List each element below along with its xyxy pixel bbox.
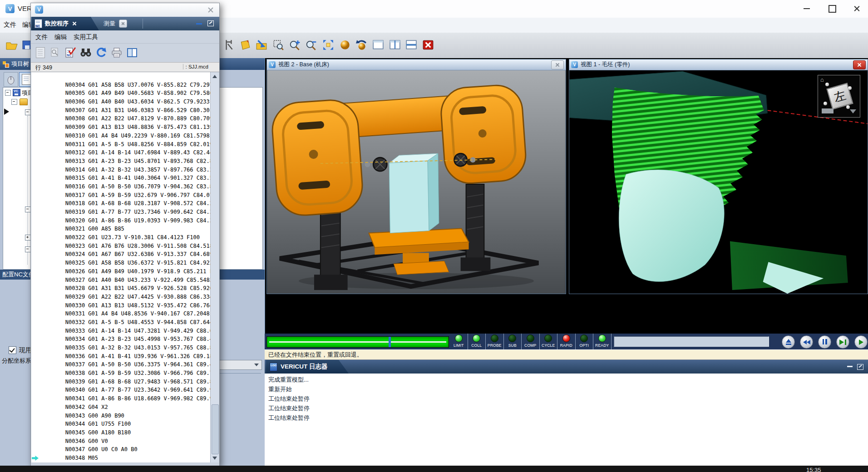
split-view-icon[interactable] (125, 45, 139, 60)
tab-close-icon[interactable] (72, 21, 77, 26)
maximize-button[interactable] (825, 4, 839, 14)
status-led-button[interactable]: COLL (468, 334, 486, 349)
progress-bar[interactable] (266, 336, 449, 348)
rotate-view-icon[interactable] (354, 37, 369, 53)
coord-system-combobox[interactable] (219, 360, 262, 370)
zoom-out-icon[interactable] (304, 37, 319, 53)
nc-line[interactable]: N00309 G01 A13 B13 U48.8836 V-875.473 C8… (31, 114, 210, 123)
nc-line[interactable]: N00341 G01 A-86 B-86 U18.6689 V-969.982 … (31, 386, 210, 394)
nc-line[interactable]: N00328 G01 A31 B31 U45.6679 V-926.528 C8… (31, 276, 210, 285)
open-file-icon[interactable] (5, 37, 19, 53)
progress-marker[interactable] (389, 337, 391, 347)
nc-line[interactable]: N00345 G00 A180 B180 (31, 420, 210, 428)
active-checkbox[interactable] (9, 346, 16, 354)
nc-line[interactable]: N00333 G01 A-14 B-14 U47.3281 V-949.429 … (31, 318, 210, 327)
nc-menu-edit[interactable]: 编辑 (54, 33, 67, 41)
zoom-in-icon[interactable] (288, 37, 302, 53)
zoom-region-icon[interactable] (271, 37, 286, 53)
status-led-button[interactable]: LIMIT (450, 334, 468, 349)
mouse-mode-button[interactable] (4, 72, 18, 87)
nc-line[interactable]: N00331 G01 A4 B4 U48.8536 V-940.167 C87.… (31, 301, 210, 310)
sphere-icon[interactable] (338, 37, 352, 53)
viewport-machine-close-button[interactable] (551, 60, 564, 69)
nc-line[interactable]: N00304 G01 A58 B58 U37.0076 V-855.822 C7… (31, 72, 210, 81)
nc-line[interactable]: N00347 G00 U0 C0 A0 B0 (31, 437, 210, 446)
menu-file[interactable]: 文件 (4, 21, 16, 29)
viewport-stock-close-button[interactable] (853, 60, 866, 69)
nc-line[interactable]: N00346 G00 V0 (31, 428, 210, 437)
nc-line[interactable]: N00314 G01 A-32 B-32 U43.3857 V-897.766 … (31, 157, 210, 166)
nc-line[interactable]: N00315 G01 A-41 B-41 U40.3064 V-901.327 … (31, 166, 210, 174)
nc-line[interactable]: N00330 G01 A13 B13 U48.5132 V-935.472 C8… (31, 293, 210, 301)
nc-line[interactable]: N00316 G01 A-50 B-50 U36.7079 V-904.362 … (31, 174, 210, 182)
nc-window-close-button[interactable] (207, 7, 214, 13)
scrollbar-thumb[interactable] (212, 404, 219, 454)
nc-scrollbar[interactable] (210, 72, 219, 462)
nc-line[interactable]: N00307 G01 A31 B31 U46.0383 V-866.529 C8… (31, 98, 210, 106)
nc-line[interactable]: N00317 G01 A-59 B-59 U32.679 V-906.797 C… (31, 182, 210, 191)
orientation-widget[interactable]: ⌂ 左 (818, 75, 860, 118)
nc-line[interactable]: N00322 G01 U23.73 V-910.381 C84.4123 F10… (31, 225, 210, 233)
caliper-icon[interactable] (222, 37, 236, 53)
fit-view-icon[interactable] (321, 37, 335, 53)
scroll-up-icon[interactable] (212, 75, 217, 78)
layout-vertical-split-icon[interactable] (388, 37, 402, 53)
tab-measure-close-button[interactable] (119, 20, 127, 28)
minimize-button[interactable] (800, 4, 814, 14)
reset-button[interactable] (782, 335, 795, 349)
nc-menu-file[interactable]: 文件 (35, 33, 48, 41)
status-led-button[interactable]: OPTI (576, 334, 594, 349)
nc-line[interactable]: N00335 G01 A-32 B-32 U43.0153 V-957.765 … (31, 335, 210, 344)
status-led-button[interactable]: READY (593, 334, 612, 349)
check-nc-icon[interactable]: NC (64, 45, 77, 60)
machine-view-canvas[interactable] (267, 70, 566, 294)
layout-horizontal-split-icon[interactable] (404, 37, 419, 53)
tree-expander[interactable] (11, 99, 17, 105)
nc-line[interactable]: N00321 G00 A85 B85 (31, 216, 210, 225)
view-scale-chip[interactable] (822, 108, 833, 113)
nc-line[interactable]: N00344 G01 U755 F100 (31, 412, 210, 420)
nc-line[interactable]: N00319 G01 A-77 B-77 U23.7346 V-909.642 … (31, 199, 210, 208)
nc-line[interactable]: N00339 G01 A-68 B-68 U27.9483 V-968.571 … (31, 369, 210, 378)
nc-line[interactable]: N00323 G01 A76 B76 U28.3006 V-911.508 C8… (31, 233, 210, 242)
status-led-button[interactable]: CYCLE (540, 334, 558, 349)
sheet-icon[interactable] (238, 37, 252, 53)
logger-body[interactable]: 完成重置模型...重新开始工位结束处暂停工位结束处暂停工位结束处暂停 (265, 374, 868, 466)
nc-line[interactable]: N00320 G01 A-86 B-86 U19.0393 V-909.983 … (31, 208, 210, 216)
rewind-button[interactable] (800, 335, 813, 349)
nc-line[interactable]: N00308 G01 A22 B22 U47.8129 V-870.889 C8… (31, 106, 210, 115)
nc-line[interactable]: N00343 G00 A90 B90 (31, 403, 210, 412)
logger-restore-button[interactable] (857, 364, 863, 370)
nc-line[interactable]: N00306 G01 A40 B40 U43.6034 V-862.5 C79.… (31, 89, 210, 98)
nc-line[interactable]: N00311 G01 A-5 B-5 U48.8256 V-884.859 C8… (31, 132, 210, 140)
play-button[interactable] (854, 335, 868, 349)
nc-line[interactable]: N00305 G01 A49 B49 U40.5683 V-858.902 C7… (31, 81, 210, 89)
nc-restore-icon[interactable] (207, 20, 214, 26)
nc-line[interactable]: N00325 G01 A58 B58 U36.6372 V-915.821 C8… (31, 250, 210, 259)
nc-line[interactable]: N00348 M05 (31, 445, 210, 454)
nc-line[interactable]: N00337 G01 A-50 B-50 U36.3375 V-964.361 … (31, 352, 210, 361)
nc-line[interactable]: N00334 G01 A-23 B-23 U45.4998 V-953.767 … (31, 327, 210, 335)
nc-line[interactable]: N00313 G01 A-23 B-23 U45.8701 V-893.768 … (31, 148, 210, 157)
nc-line[interactable]: N00342 G04 X2 (31, 394, 210, 403)
nc-code-area[interactable]: N00304 G01 A58 B58 U37.0076 V-855.822 C7… (31, 72, 210, 462)
goto-line-icon[interactable] (34, 45, 47, 60)
tab-measure[interactable]: 测量 (104, 17, 127, 30)
print-icon[interactable] (110, 45, 123, 60)
undo-icon[interactable] (94, 45, 108, 60)
nc-line[interactable]: N00332 G01 A-5 B-5 U48.4553 V-944.858 C8… (31, 310, 210, 318)
status-led-button[interactable]: COMP (522, 334, 540, 349)
find-icon[interactable] (79, 45, 93, 60)
layout-single-icon[interactable] (371, 37, 385, 53)
viewport-machine-titlebar[interactable]: V 视图 2 - Base (机床) (267, 59, 566, 70)
viewport-stock-titlebar[interactable]: V 视图 1 - 毛坯 (零件) (569, 59, 868, 70)
nc-window-titlebar[interactable]: V (31, 3, 219, 17)
logger-minimize-button[interactable] (847, 366, 853, 367)
nc-line[interactable]: N00338 G01 A-59 B-59 U32.3086 V-966.796 … (31, 360, 210, 369)
nc-command-field[interactable] (614, 336, 769, 347)
logger-tab[interactable]: LOG VERICUT 日志器 (266, 360, 349, 374)
nc-line[interactable]: N00324 G01 A67 B67 U32.6386 V-913.337 C8… (31, 242, 210, 251)
nc-minimize-icon[interactable] (196, 23, 202, 25)
close-view-icon[interactable] (421, 37, 435, 53)
status-led-button[interactable]: PROBE (486, 334, 504, 349)
